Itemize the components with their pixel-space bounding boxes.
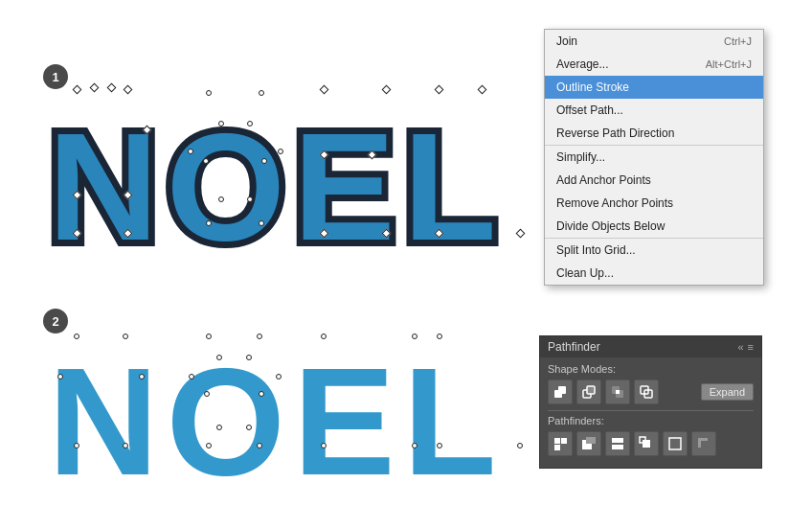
menu-item-average[interactable]: Average... Alt+Ctrl+J [545,53,763,76]
panel-title: Pathfinder [548,340,600,354]
anchor-dot [74,443,79,448]
trim-icon[interactable] [576,431,601,456]
menu-item-split-grid[interactable]: Split Into Grid... [545,238,763,262]
anchor-dot [74,334,79,339]
anchor-dot [257,334,262,339]
anchor-dot [257,443,262,448]
anchor-dot [259,220,264,226]
anchor-dot [57,374,63,380]
divider [548,410,754,411]
menu-item-remove-anchor[interactable]: Remove Anchor Points [545,192,763,215]
anchor-dot [188,149,193,154]
anchor-dot [261,158,267,164]
exclude-icon[interactable] [634,380,659,404]
minus-back-icon[interactable] [691,431,716,456]
svg-rect-3 [558,386,566,394]
anchor-dot [206,334,212,339]
anchor-dot [139,374,145,380]
menu-item-reverse-path[interactable]: Reverse Path Direction [545,122,763,145]
menu-item-simplify[interactable]: Simplify... [545,145,763,169]
canvas: 1 .noel-stroke { font-family: 'Arial Bla… [0,0,812,506]
anchor-dot [437,443,442,448]
anchor-dot [412,334,417,339]
outline-icon[interactable] [663,431,688,456]
anchor-dot [189,374,194,380]
svg-rect-17 [612,445,623,449]
menu-item-add-anchor[interactable]: Add Anchor Points [545,169,763,192]
svg-rect-8 [616,390,620,394]
pathfinder-titlebar: Pathfinder « ≡ [540,336,761,357]
menu-item-offset-path[interactable]: Offset Path... [545,99,763,122]
svg-rect-11 [554,438,560,444]
anchor-dot [206,220,212,226]
context-menu: Join Ctrl+J Average... Alt+Ctrl+J Outlin… [544,29,764,286]
svg-rect-20 [669,438,681,449]
anchor-dot [259,90,264,96]
titlebar-left: Pathfinder [548,340,600,354]
anchor-dot [437,334,442,339]
svg-rect-13 [554,445,560,450]
unite-icon[interactable] [548,380,573,404]
panel-collapse-btn[interactable]: « [737,341,743,353]
anchor-dot [517,443,523,448]
anchor-dot [412,443,417,448]
anchor-dot [259,391,264,397]
pathfinders-icons [548,431,754,456]
panel-controls: « ≡ [737,341,754,353]
anchor-dot [246,355,252,360]
menu-item-clean-up[interactable]: Clean Up... [545,262,763,285]
pathfinder-panel: Pathfinder « ≡ Shape Modes: [539,335,762,469]
menu-item-outline-stroke[interactable]: Outline Stroke [545,76,763,99]
menu-item-join[interactable]: Join Ctrl+J [545,30,763,53]
anchor-dot [216,425,222,430]
merge-icon[interactable] [605,431,630,456]
divide-icon[interactable] [548,431,573,456]
anchor-dot [276,374,282,380]
anchor-dot [204,391,210,397]
pathfinder-content: Shape Modes: [540,357,761,468]
expand-button[interactable]: Expand [701,383,754,401]
shape-modes-label: Shape Modes: [548,363,754,375]
anchor-dot [246,425,252,430]
intersect-icon[interactable] [605,380,630,404]
svg-rect-16 [612,438,623,443]
panel-menu-btn[interactable]: ≡ [748,341,754,353]
anchor-dot [321,443,327,448]
anchor-dot [203,158,209,164]
anchor-dot [247,196,253,202]
svg-rect-5 [587,386,595,394]
svg-rect-22 [701,441,710,450]
noel-bottom-text: NOEL [43,307,531,498]
menu-item-divide-objects[interactable]: Divide Objects Below [545,215,763,238]
svg-rect-15 [586,437,596,444]
svg-rect-18 [643,440,650,448]
svg-rect-12 [561,438,567,444]
crop-icon[interactable] [634,431,659,456]
anchor-dot [123,443,128,448]
noel-top-text: .noel-stroke { font-family: 'Arial Black… [43,62,531,283]
anchor-dot [218,196,224,202]
anchor-dot [216,355,222,360]
anchor-dot [206,90,212,96]
anchor-dot [247,121,253,126]
shape-modes-icons: Expand [548,380,754,404]
svg-text:NOEL: NOEL [48,335,504,498]
anchor-dot [206,443,212,448]
svg-text:NOEL: NOEL [48,101,504,272]
anchor-dot [123,334,128,339]
anchor-dot [278,149,283,154]
anchor-dot [218,121,224,126]
pathfinders-label: Pathfinders: [548,415,754,426]
anchor-dot [321,334,327,339]
minus-front-icon[interactable] [576,380,601,404]
